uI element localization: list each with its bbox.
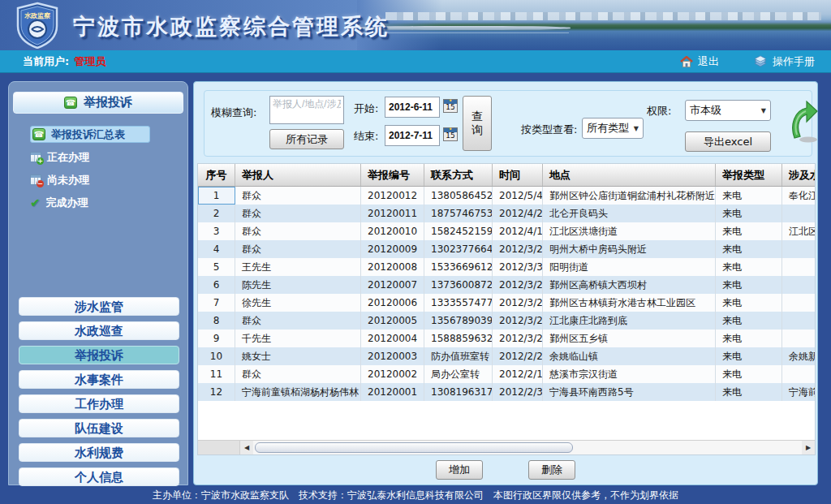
- table-cell: 陈先生: [235, 276, 361, 294]
- column-header-1[interactable]: 举报人: [235, 164, 361, 186]
- fuzzy-search-input[interactable]: [269, 96, 344, 124]
- sidebar-nav-button-2[interactable]: 举报投诉: [19, 346, 179, 364]
- table-row[interactable]: 2群众20120011187574675372012/4/23北仑开良码头来电: [198, 205, 816, 222]
- table-cell: 局办公室转: [424, 365, 493, 383]
- footer-bar: 主办单位：宁波市水政监察支队 技术支持：宁波弘泰水利信息科技有限公司 本图行政区…: [0, 487, 831, 504]
- sidebar-nav-button-5[interactable]: 队伍建设: [19, 419, 179, 437]
- table-row[interactable]: 5王先生20120008153366961212012/3/31阳明街道来电: [198, 258, 816, 276]
- check-icon: ✔: [30, 196, 41, 210]
- table-cell: 20120009: [361, 240, 424, 258]
- table-cell: 2012/5/4: [493, 187, 543, 205]
- sidebar-nav-button-7[interactable]: 个人信息: [19, 467, 179, 486]
- sidebar-nav-button-1[interactable]: 水政巡查: [19, 321, 179, 340]
- table-cell: 徐先生: [235, 294, 361, 312]
- table-cell: 奉化江礼: [782, 187, 816, 205]
- app-window: 水政监察 宁波市水政监察综合管理系统 当前用户: 管理员 退出: [0, 0, 831, 504]
- table-row[interactable]: 3群众20120010158245215972012/4/17江北区洪塘街道来电…: [198, 222, 816, 240]
- table-row[interactable]: 7徐先生20120006133355747782012/3/29鄞州区古林镇葑水…: [198, 294, 816, 312]
- sidebar-item-completed[interactable]: ✔ 完成办理: [30, 194, 184, 211]
- scrollbar-track[interactable]: [253, 441, 802, 454]
- logout-button[interactable]: 退出: [680, 54, 719, 69]
- table-cell: 18757467537: [424, 205, 493, 222]
- all-records-button[interactable]: 所有记录: [269, 129, 344, 149]
- query-button[interactable]: 查询: [463, 96, 492, 151]
- scrollbar-stub: [198, 441, 240, 454]
- start-date-input[interactable]: [385, 97, 440, 118]
- scroll-left-arrow-icon[interactable]: ◀: [240, 441, 253, 454]
- sidebar-nav-button-0[interactable]: 涉水监管: [19, 297, 179, 316]
- column-header-3[interactable]: 联系方式: [424, 164, 493, 186]
- table-cell: 鄞州区五乡镇: [543, 330, 716, 347]
- table-cell: 5: [198, 258, 235, 276]
- sidebar-nav-button-3[interactable]: 水事案件: [19, 370, 179, 389]
- delete-button[interactable]: 删除: [528, 460, 575, 480]
- column-header-5[interactable]: 地点: [543, 164, 716, 186]
- table-cell: 北仑开良码头: [543, 205, 716, 222]
- table-cell: 20120006: [361, 294, 424, 312]
- sidebar-section-header[interactable]: ☎ 举报投诉: [13, 92, 183, 114]
- table-cell: 4: [198, 240, 235, 258]
- current-user-label: 当前用户:: [23, 54, 69, 69]
- manual-book-icon: [753, 55, 768, 67]
- filter-bar: 模糊查询: 所有记录 开始: 15 结束: 15 查询 按类型查看: 所有类型 …: [204, 90, 812, 157]
- column-header-4[interactable]: 时间: [493, 164, 543, 186]
- table-cell: 群众: [235, 222, 361, 240]
- app-logo-shield-icon: 水政监察: [11, 2, 63, 49]
- refresh-icon[interactable]: [789, 101, 818, 146]
- table-cell: 13081963176: [424, 383, 493, 401]
- table-cell: 宁海前童镇栢湖杨村杨伟林: [235, 383, 361, 401]
- table-row[interactable]: 12宁海前童镇栢湖杨村杨伟林20120001130819631762012/2/…: [198, 383, 816, 401]
- table-cell: 3: [198, 222, 235, 240]
- table-cell: 13023776649: [424, 240, 493, 258]
- section-title: 举报投诉: [84, 95, 132, 110]
- grid-header-row: 序号举报人举报编号联系方式时间地点举报类型涉及水域: [198, 164, 816, 187]
- column-header-2[interactable]: 举报编号: [361, 164, 424, 186]
- chevron-down-icon: ▼: [761, 107, 766, 114]
- sidebar-item-not-handled[interactable]: − 尚未办理: [30, 171, 184, 188]
- add-button[interactable]: 增加: [436, 460, 483, 480]
- table-cell: 来电: [716, 347, 782, 365]
- table-cell: 2012/3/31: [493, 258, 543, 276]
- table-row[interactable]: 11群众20120002局办公室转2012/2/10慈溪市宗汉街道来电: [198, 365, 816, 383]
- table-cell: 鄞州区古林镇葑水港古林工业园区: [543, 294, 716, 312]
- scroll-right-arrow-icon[interactable]: ▶: [802, 441, 815, 454]
- table-cell: 鄞州区钟公庙街道铜盆浦村礼花桥附近: [543, 187, 716, 205]
- table-row[interactable]: 8群众20120005135678903902012/3/26江北康庄北路到底来…: [198, 312, 816, 330]
- export-excel-button[interactable]: 导出excel: [685, 131, 771, 152]
- column-header-0[interactable]: 序号: [198, 164, 235, 186]
- sidebar-item-report-summary[interactable]: ☎ 举报投诉汇总表: [30, 126, 150, 143]
- horizontal-scrollbar: ◀ ▶: [198, 440, 815, 454]
- end-calendar-icon[interactable]: 15: [443, 127, 458, 141]
- table-cell: 13567890390: [424, 312, 493, 330]
- table-cell: 余姚新菴: [782, 347, 816, 365]
- permission-dropdown[interactable]: 市本级 ▼: [685, 100, 771, 121]
- table-row[interactable]: 6陈先生20120007137360087292012/3/29鄞州区高桥镇大西…: [198, 276, 816, 294]
- table-row[interactable]: 1群众20120012138058645282012/5/4鄞州区钟公庙街道铜盆…: [198, 187, 816, 205]
- table-row[interactable]: 4群众20120009130237766492012/3/29明州大桥中房码头附…: [198, 240, 816, 258]
- table-cell: 13335574778: [424, 294, 493, 312]
- menu-item-label: 完成办理: [46, 196, 88, 210]
- column-header-6[interactable]: 举报类型: [716, 164, 782, 186]
- table-cell: 20120003: [361, 347, 424, 365]
- table-cell: 13805864528: [424, 187, 493, 205]
- table-cell: 7: [198, 294, 235, 312]
- sidebar-nav-button-6[interactable]: 水利规费: [19, 443, 179, 462]
- type-dropdown[interactable]: 所有类型 ▼: [582, 118, 644, 139]
- user-bar: 当前用户: 管理员 退出: [0, 50, 831, 73]
- table-cell: 20120001: [361, 383, 424, 401]
- table-cell: [782, 330, 816, 347]
- table-cell: 来电: [716, 383, 782, 401]
- end-date-input[interactable]: [385, 125, 440, 146]
- manual-button[interactable]: 操作手册: [753, 54, 815, 69]
- sidebar-nav-button-4[interactable]: 工作办理: [19, 394, 179, 413]
- sidebar-item-in-progress[interactable]: + 正在办理: [30, 149, 184, 166]
- table-cell: 15888596325: [424, 330, 493, 347]
- table-row[interactable]: 10姚女士20120003防办值班室转2012/2/23余姚临山镇来电余姚新菴: [198, 347, 816, 365]
- scrollbar-thumb[interactable]: [255, 442, 573, 453]
- column-header-7[interactable]: 涉及水域: [782, 164, 816, 186]
- table-cell: 王先生: [235, 258, 361, 276]
- start-calendar-icon[interactable]: 15: [443, 99, 458, 113]
- end-date-label: 结束:: [354, 129, 378, 144]
- table-row[interactable]: 9千先生20120004158885963252012/3/23鄞州区五乡镇来电: [198, 330, 816, 347]
- manual-label: 操作手册: [773, 54, 815, 69]
